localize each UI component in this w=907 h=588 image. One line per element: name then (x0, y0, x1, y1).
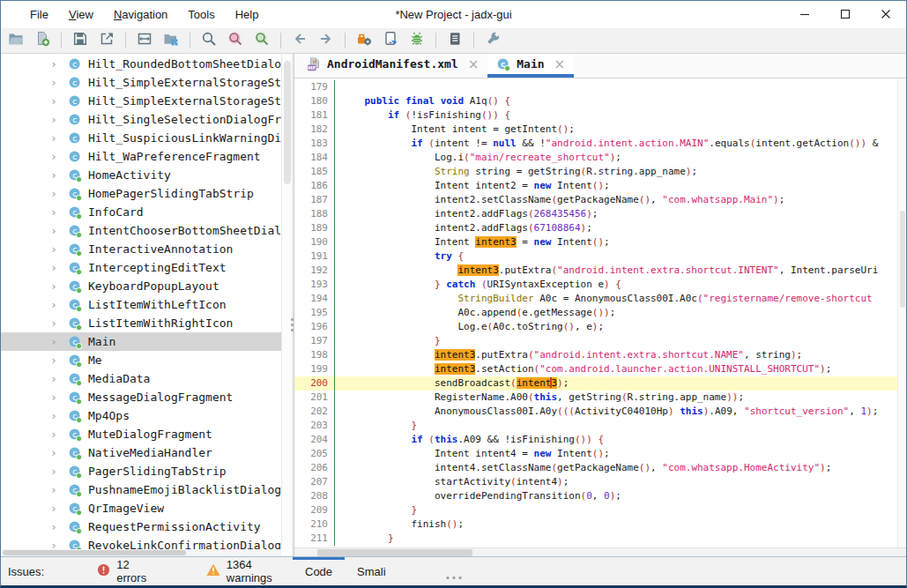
menu-help[interactable]: Help (235, 8, 259, 21)
log-viewer-button[interactable] (444, 30, 465, 51)
chevron-right-icon[interactable]: › (50, 406, 68, 425)
adb-device-button[interactable] (380, 30, 401, 51)
flat-packages-button[interactable] (160, 30, 182, 51)
text-search-button[interactable] (198, 30, 219, 51)
chevron-right-icon[interactable]: › (50, 369, 68, 388)
tree-item-PushnameEmojiBlacklistDialog[interactable]: ›cPushnameEmojiBlacklistDialog (1, 480, 292, 499)
tree-item-Mp4Ops[interactable]: ›cMp4Ops (1, 406, 292, 425)
tree-item-NativeMediaHandler[interactable]: ›cNativeMediaHandler (1, 443, 292, 462)
tree-item-Hilt_SuspiciousLinkWarningDi[interactable]: ›cHilt_SuspiciousLinkWarningDi (1, 129, 292, 147)
menu-view[interactable]: View (69, 8, 93, 21)
tree-item-ListItemWithLeftIcon[interactable]: ›cListItemWithLeftIcon (1, 295, 292, 314)
editor-tab-AndroidManifest.xml[interactable]: MFAndroidManifest.xml× (298, 54, 487, 78)
tree-item-QrImageView[interactable]: ›cQrImageView (1, 499, 292, 517)
bottom-panel-grip-icon[interactable] (446, 577, 461, 579)
minimize-button[interactable] (784, 1, 825, 28)
bottom-tab-smali[interactable]: Smali (345, 557, 398, 585)
tab-label: AndroidManifest.xml (327, 57, 458, 71)
chevron-right-icon[interactable]: › (50, 351, 68, 369)
chevron-right-icon[interactable]: › (50, 314, 68, 332)
chevron-right-icon[interactable]: › (50, 73, 68, 92)
chevron-right-icon[interactable]: › (50, 129, 68, 147)
tree-item-label: Hilt_WaPreferenceFragment (88, 150, 261, 163)
sync-with-editor-button[interactable] (134, 30, 155, 51)
tree-item-InterceptingEditText[interactable]: ›cInterceptingEditText (1, 258, 292, 277)
tree-item-InfoCard[interactable]: ›cInfoCard (1, 203, 292, 221)
editor-tab-Main[interactable]: cMain× (487, 54, 574, 78)
tree-item-IntentChooserBottomSheetDial[interactable]: ›cIntentChooserBottomSheetDial (1, 221, 292, 240)
panel-splitter[interactable] (292, 54, 294, 556)
chevron-right-icon[interactable]: › (50, 110, 68, 129)
editor-vertical-scrollbar[interactable] (897, 78, 906, 547)
tree-item-Hilt_SimpleExternalStorageSt[interactable]: ›cHilt_SimpleExternalStorageSt (1, 73, 292, 92)
tree-item-InteractiveAnnotation[interactable]: ›cInteractiveAnnotation (1, 240, 292, 258)
open-file-button[interactable] (5, 30, 26, 51)
tree-item-Me[interactable]: ›cMe (1, 351, 292, 369)
chevron-right-icon[interactable]: › (50, 332, 68, 351)
tree-item-Hilt_SimpleExternalStorageSt[interactable]: ›cHilt_SimpleExternalStorageSt (1, 92, 292, 110)
editor-vertical-scrollbar-thumb[interactable] (900, 211, 905, 308)
close-icon[interactable]: × (554, 56, 566, 72)
editor-horizontal-scrollbar[interactable] (294, 547, 906, 556)
tree-item-Main[interactable]: ›cMain (1, 332, 292, 351)
preferences-button[interactable] (482, 30, 503, 51)
chevron-right-icon[interactable]: › (50, 221, 68, 240)
back-button[interactable] (289, 30, 310, 51)
chevron-right-icon[interactable]: › (50, 425, 68, 443)
tree-item-HomePagerSlidingTabStrip[interactable]: ›cHomePagerSlidingTabStrip (1, 184, 292, 203)
tree-vertical-scrollbar-thumb[interactable] (284, 61, 291, 184)
add-files-button[interactable] (32, 30, 53, 51)
chevron-right-icon[interactable]: › (50, 240, 68, 258)
chevron-right-icon[interactable]: › (50, 166, 68, 184)
tree-horizontal-scrollbar-thumb[interactable] (3, 550, 186, 555)
tree-item-Hilt_RoundedBottomSheetDialo[interactable]: ›cHilt_RoundedBottomSheetDialo (1, 55, 292, 73)
class-search-button[interactable] (225, 30, 246, 51)
warnings-indicator[interactable]: 1364 warnings (206, 558, 293, 584)
tree-item-MuteDialogFragment[interactable]: ›cMuteDialogFragment (1, 425, 292, 443)
editor-horizontal-scrollbar-thumb[interactable] (317, 549, 472, 556)
chevron-right-icon[interactable]: › (50, 258, 68, 277)
chevron-right-icon[interactable]: › (50, 203, 68, 221)
debug-button[interactable] (406, 30, 427, 51)
chevron-right-icon[interactable]: › (50, 147, 68, 166)
tree-item-Hilt_WaPreferenceFragment[interactable]: ›cHilt_WaPreferenceFragment (1, 147, 292, 166)
chevron-right-icon[interactable]: › (50, 92, 68, 110)
maximize-button[interactable] (825, 1, 866, 28)
tree-item-MessageDialogFragment[interactable]: ›cMessageDialogFragment (1, 388, 292, 406)
chevron-right-icon[interactable]: › (50, 480, 68, 499)
chevron-right-icon[interactable]: › (50, 443, 68, 462)
menu-navigation[interactable]: Navigation (114, 8, 167, 21)
chevron-right-icon[interactable]: › (50, 184, 68, 203)
close-button[interactable] (866, 1, 906, 28)
bottom-tab-code[interactable]: Code (293, 557, 345, 585)
chevron-right-icon[interactable]: › (50, 517, 68, 536)
chevron-right-icon[interactable]: › (50, 295, 68, 314)
tree-item-Hilt_SingleSelectionDialogFr[interactable]: ›cHilt_SingleSelectionDialogFr (1, 110, 292, 129)
tree-vertical-scrollbar[interactable] (281, 54, 292, 549)
comment-search-button[interactable] (251, 30, 272, 51)
tree-item-MediaData[interactable]: ›cMediaData (1, 369, 292, 388)
chevron-right-icon[interactable]: › (50, 462, 68, 480)
save-all-button[interactable] (70, 30, 91, 51)
errors-indicator[interactable]: 12 errors (97, 558, 157, 584)
toolbar-separator (435, 33, 436, 48)
deobfuscation-button[interactable] (353, 30, 375, 51)
menu-file[interactable]: File (30, 8, 48, 21)
maximize-icon (840, 7, 851, 23)
close-icon[interactable]: × (468, 56, 480, 72)
forward-button[interactable] (316, 30, 337, 51)
tree-item-HomeActivity[interactable]: ›cHomeActivity (1, 166, 292, 184)
tree-horizontal-scrollbar[interactable] (1, 549, 281, 556)
chevron-right-icon[interactable]: › (50, 55, 68, 73)
export-button[interactable] (96, 30, 117, 51)
tree-item-RequestPermissionActivity[interactable]: ›cRequestPermissionActivity (1, 517, 292, 536)
chevron-right-icon[interactable]: › (50, 277, 68, 295)
tree-item-KeyboardPopupLayout[interactable]: ›cKeyboardPopupLayout (1, 277, 292, 295)
chevron-right-icon[interactable]: › (50, 388, 68, 406)
code-editor[interactable]: 179180 public final void A1q() {181 if (… (294, 78, 906, 547)
chevron-right-icon[interactable]: › (50, 499, 68, 517)
menu-tools[interactable]: Tools (188, 8, 214, 21)
code-line-186: 186 Intent intent2 = new Intent(); (294, 179, 906, 193)
tree-item-ListItemWithRightIcon[interactable]: ›cListItemWithRightIcon (1, 314, 292, 332)
tree-item-PagerSlidingTabStrip[interactable]: ›cPagerSlidingTabStrip (1, 462, 292, 480)
